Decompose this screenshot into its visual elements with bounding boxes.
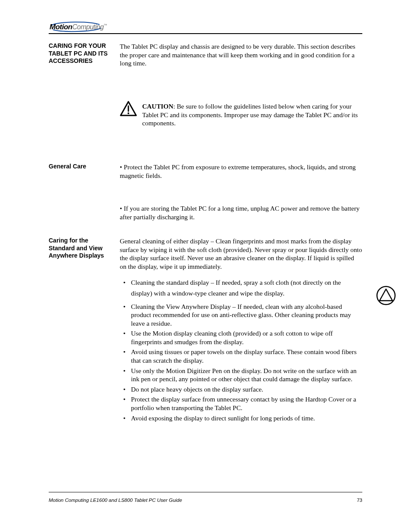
page-number: 73 xyxy=(357,498,362,503)
list-item-text: Cleaning the standard display – If neede… xyxy=(131,279,341,297)
section3-heading: Caring for the Standard and View Anywher… xyxy=(49,237,113,260)
footer-rule xyxy=(49,492,362,492)
brand-logo: MotionComputing™ xyxy=(49,20,105,32)
list-item: Do not place heavy objects on the displa… xyxy=(120,385,362,394)
logo-motion: Motion xyxy=(50,23,72,31)
section3-intro: General cleaning of either display – Cle… xyxy=(120,237,362,271)
caution-icon xyxy=(120,100,137,118)
caution-text: CAUTION: Be sure to follow the guideline… xyxy=(142,102,362,128)
section1-heading: CARING FOR YOUR TABLET PC AND ITS ACCESS… xyxy=(49,42,113,65)
section2-heading: General Care xyxy=(49,163,113,171)
list-item: Avoid using tissues or paper towels on t… xyxy=(120,348,362,364)
list-item: Avoid exposing the display to direct sun… xyxy=(120,414,362,423)
section3-list: Cleaning the standard display – If neede… xyxy=(120,278,362,424)
logo-computing: Computing xyxy=(72,23,104,31)
logo-tm: ™ xyxy=(104,23,107,27)
svg-marker-4 xyxy=(380,289,392,301)
list-item: Cleaning the standard display – If neede… xyxy=(120,278,362,301)
footer-title: Motion Computing LE1600 and LS800 Tablet… xyxy=(49,498,182,503)
list-item: Cleaning the View Anywhere Display – If … xyxy=(120,302,362,328)
header-rule xyxy=(49,33,362,34)
list-item: Use the Motion display cleaning cloth (p… xyxy=(120,329,362,346)
list-item: Protect the display surface from unneces… xyxy=(120,395,362,412)
list-item: Use only the Motion Digitizer Pen on the… xyxy=(120,367,362,383)
svg-point-2 xyxy=(128,112,129,114)
section2-bullet2: • If you are storing the Tablet PC for a… xyxy=(120,204,362,221)
caution-body: : Be sure to follow the guidelines liste… xyxy=(142,103,358,127)
section1-para1: The Tablet PC display and chassis are de… xyxy=(120,42,362,68)
circle-triangle-icon xyxy=(286,287,300,301)
caution-label: CAUTION xyxy=(142,103,173,110)
section2-bullet1: • Protect the Tablet PC from exposure to… xyxy=(120,163,362,180)
